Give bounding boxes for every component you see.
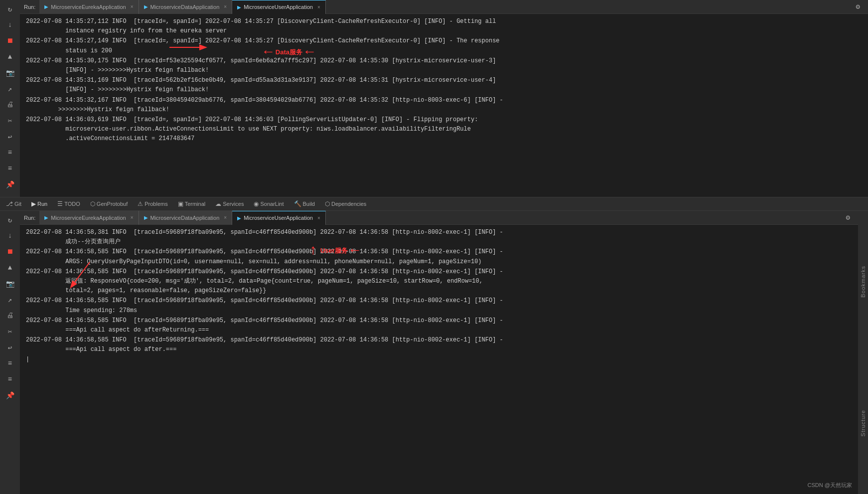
bottom-icon-menu1[interactable]: ≡	[3, 356, 17, 370]
user-annotation-container: ↑ User服务 ←	[309, 240, 359, 262]
tab-icon-data: ▶	[144, 4, 148, 9]
bottom-left-sidebar: ↻ ↓ ⏹ ▲ 📷 ↗ 🖨 ✂ ↩ ≡ ≡ 📌	[0, 211, 20, 494]
toolbar-services-label: Services	[223, 201, 244, 207]
sidebar-icon-menu1[interactable]: ≡	[3, 146, 17, 160]
log-line-4: 2022-07-08 14:35:31,169 INFO [traceId=56…	[26, 76, 862, 95]
bottom-icon-up[interactable]: ▲	[3, 261, 17, 275]
toolbar-dependencies[interactable]: ⬡ Dependencies	[323, 199, 368, 208]
sidebar-icon-stop[interactable]: ⏹	[3, 34, 17, 48]
bottom-tab-icon-data: ▶	[144, 215, 148, 220]
bottom-icon-print[interactable]: 🖨	[3, 309, 17, 323]
toolbar-todo-label: TODO	[64, 201, 80, 207]
toolbar-git-label: Git	[14, 201, 21, 207]
bottom-tab-bar: Run: ▶ MicroserviceEurekaApplication × ▶…	[20, 211, 858, 225]
watermark: CSDN @天然玩家	[808, 481, 852, 490]
toolbar-genprotobuf[interactable]: ⬡ GenProtobuf	[88, 199, 130, 208]
toolbar-terminal-label: Terminal	[185, 201, 206, 207]
tab-icon-eureka: ▶	[44, 4, 48, 9]
tab-icon-user: ▶	[237, 4, 241, 10]
sidebar-icon-down[interactable]: ↓	[3, 18, 17, 32]
bottom-icon-down[interactable]: ↓	[3, 229, 17, 243]
log-line-2: 2022-07-08 14:35:27,149 INFO [traceId=, …	[26, 36, 862, 55]
settings-gear-bottom[interactable]: ⚙	[846, 213, 850, 222]
sidebar-icon-pin[interactable]: 📌	[3, 177, 17, 191]
sidebar-icon-up[interactable]: ▲	[3, 50, 17, 64]
data-arrow-pointer	[169, 40, 209, 58]
run-icon: ▶	[31, 200, 36, 207]
tab-user[interactable]: ▶ MicroserviceUserApplication ×	[232, 0, 326, 14]
tab-close-eureka[interactable]: ×	[131, 4, 134, 9]
toolbar-build-label: Build	[303, 201, 315, 207]
bottom-log-4: 2022-07-08 14:36:58,585 INFO [traceId=59…	[26, 296, 852, 315]
toolbar-services[interactable]: ☁ Services	[213, 199, 246, 208]
toolbar-todo[interactable]: ☰ TODO	[55, 199, 82, 208]
log-line-6: 2022-07-08 14:36:03,619 INFO [traceId=, …	[26, 115, 862, 144]
bottom-cursor-line: |	[26, 355, 852, 367]
toolbar-run[interactable]: ▶ Run	[29, 199, 49, 208]
bottom-tab-close-eureka[interactable]: ×	[131, 215, 134, 220]
toolbar-problems[interactable]: ⚠ Problems	[136, 199, 169, 208]
arrow-up-user: ↑	[309, 240, 317, 262]
bottom-log-6: 2022-07-08 14:36:58,585 INFO [traceId=59…	[26, 335, 852, 354]
bottom-toolbar: ⎇ Git ▶ Run ☰ TODO ⬡ GenProtobuf ⚠ Probl…	[0, 197, 868, 211]
build-icon: 🔨	[294, 200, 301, 207]
sidebar-icon-print[interactable]: 🖨	[3, 98, 17, 112]
bottom-tab-eureka[interactable]: ▶ MicroserviceEurekaApplication ×	[39, 211, 139, 225]
run-label: Run:	[24, 4, 35, 10]
services-icon: ☁	[215, 200, 221, 207]
bottom-icon-cut[interactable]: ✂	[3, 325, 17, 338]
bottom-icon-stop[interactable]: ⏹	[3, 245, 17, 259]
bottom-icon-arrow2[interactable]: ↗	[3, 293, 17, 307]
bottom-tab-icon-user: ▶	[237, 215, 241, 221]
toolbar-sonarlint-label: SonarLint	[260, 201, 284, 207]
bottom-tab-label-data: MicroserviceDataApplication	[150, 215, 220, 221]
tab-close-user[interactable]: ×	[317, 4, 320, 10]
bottom-icon-refresh[interactable]: ↻	[3, 213, 17, 227]
toolbar-git[interactable]: ⎇ Git	[4, 199, 23, 208]
user-service-label: User服务	[320, 246, 348, 256]
structure-panel: Structure	[858, 352, 868, 494]
toolbar-terminal[interactable]: ▣ Terminal	[176, 199, 208, 208]
dependencies-icon: ⬡	[325, 200, 330, 207]
bottom-icon-pin[interactable]: 📌	[3, 388, 17, 402]
sonarlint-icon: ◉	[254, 200, 259, 207]
bottom-tab-label-eureka: MicroserviceEurekaApplication	[51, 215, 126, 221]
tab-label-user: MicroserviceUserApplication	[244, 4, 313, 10]
sidebar-icon-undo[interactable]: ↩	[3, 130, 17, 144]
tab-label-eureka: MicroserviceEurekaApplication	[51, 4, 126, 10]
top-tab-bar: Run: ▶ MicroserviceEurekaApplication × ▶…	[20, 0, 868, 14]
bottom-arrow-pointer	[70, 262, 100, 296]
toolbar-genprotobuf-label: GenProtobuf	[97, 201, 128, 207]
bookmarks-panel: Bookmarks	[858, 211, 868, 352]
bottom-tab-icon-eureka: ▶	[44, 215, 48, 220]
bottom-main-area: Run: ▶ MicroserviceEurekaApplication × ▶…	[20, 211, 858, 494]
left-sidebar: ↻ ↓ ⏹ ▲ 📷 ↗ 🖨 ✂ ↩ ≡ ≡ 📌	[0, 0, 20, 197]
toolbar-build[interactable]: 🔨 Build	[292, 199, 317, 208]
arrow-right-user: ←	[351, 240, 359, 262]
tab-data[interactable]: ▶ MicroserviceDataApplication ×	[139, 0, 233, 14]
bottom-tab-data[interactable]: ▶ MicroserviceDataApplication ×	[139, 211, 233, 225]
bottom-log-2: 2022-07-08 14:36:58,585 INFO [traceId=59…	[26, 247, 852, 266]
bottom-icon-menu2[interactable]: ≡	[3, 372, 17, 386]
tab-close-data[interactable]: ×	[224, 4, 227, 9]
bookmarks-label: Bookmarks	[860, 266, 866, 298]
bottom-icon-camera[interactable]: 📷	[3, 277, 17, 291]
git-icon: ⎇	[6, 200, 13, 207]
toolbar-sonarlint[interactable]: ◉ SonarLint	[252, 199, 286, 208]
sidebar-icon-menu2[interactable]: ≡	[3, 162, 17, 175]
data-annotation-container: ← Data服务 ←	[264, 41, 314, 64]
log-line-3: 2022-07-08 14:35:30,175 INFO [traceId=f5…	[26, 56, 862, 75]
bottom-tab-user[interactable]: ▶ MicroserviceUserApplication ×	[232, 211, 326, 225]
structure-label: Structure	[860, 410, 866, 437]
sidebar-icon-arrow[interactable]: ↗	[3, 82, 17, 96]
settings-gear-top[interactable]: ⚙	[856, 2, 860, 11]
bottom-tab-label-user: MicroserviceUserApplication	[244, 215, 313, 221]
sidebar-icon-refresh[interactable]: ↻	[3, 2, 17, 16]
sidebar-icon-cut[interactable]: ✂	[3, 114, 17, 128]
bottom-tab-close-user2[interactable]: ×	[317, 215, 320, 221]
sidebar-icon-camera[interactable]: 📷	[3, 66, 17, 80]
bottom-tab-close-data[interactable]: ×	[224, 215, 227, 220]
bottom-log-3: 2022-07-08 14:36:58,585 INFO [traceId=59…	[26, 267, 852, 296]
bottom-icon-undo[interactable]: ↩	[3, 340, 17, 354]
tab-eureka[interactable]: ▶ MicroserviceEurekaApplication ×	[39, 0, 139, 14]
